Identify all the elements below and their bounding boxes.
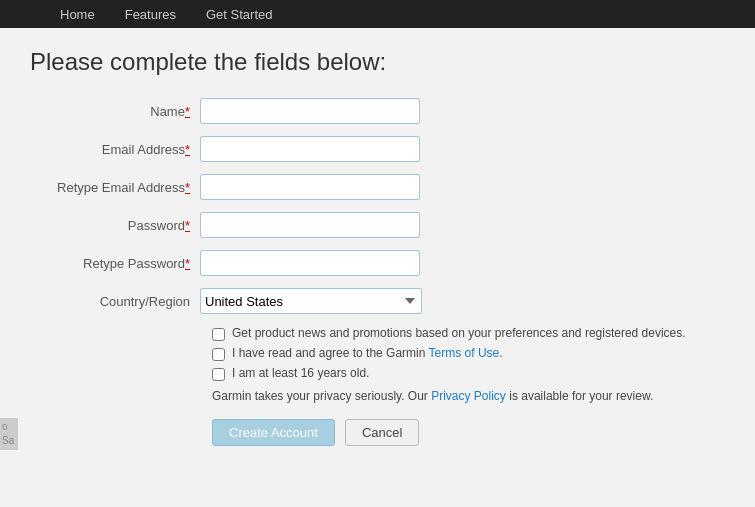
- country-row: Country/Region United States Canada Unit…: [40, 288, 725, 314]
- password-row: Password*: [40, 212, 725, 238]
- nav-item-home[interactable]: Home: [60, 7, 95, 22]
- button-row: Create Account Cancel: [212, 419, 725, 446]
- checkbox-age[interactable]: [212, 368, 225, 381]
- country-select[interactable]: United States Canada United Kingdom Aust…: [200, 288, 422, 314]
- checkbox-section: Get product news and promotions based on…: [212, 326, 725, 381]
- retype-email-input[interactable]: [200, 174, 420, 200]
- left-partial: o Sa: [0, 418, 18, 450]
- checkbox-promotions[interactable]: [212, 328, 225, 341]
- checkbox-row-3: I am at least 16 years old.: [212, 366, 725, 381]
- nav-item-features[interactable]: Features: [125, 7, 176, 22]
- create-account-button[interactable]: Create Account: [212, 419, 335, 446]
- nav-bar: Home Features Get Started: [0, 0, 755, 28]
- checkbox-terms-label: I have read and agree to the Garmin Term…: [232, 346, 503, 360]
- nav-item-get-started[interactable]: Get Started: [206, 7, 272, 22]
- privacy-text: Garmin takes your privacy seriously. Our…: [212, 389, 725, 403]
- email-row: Email Address*: [40, 136, 725, 162]
- password-input[interactable]: [200, 212, 420, 238]
- retype-email-row: Retype Email Address*: [40, 174, 725, 200]
- privacy-policy-link[interactable]: Privacy Policy: [431, 389, 506, 403]
- password-label: Password*: [40, 218, 200, 233]
- name-label: Name*: [40, 104, 200, 119]
- cancel-button[interactable]: Cancel: [345, 419, 419, 446]
- checkbox-age-label: I am at least 16 years old.: [232, 366, 369, 380]
- main-content: o Sa Please complete the fields below: N…: [0, 28, 755, 507]
- retype-email-label: Retype Email Address*: [40, 180, 200, 195]
- email-input[interactable]: [200, 136, 420, 162]
- retype-password-row: Retype Password*: [40, 250, 725, 276]
- name-input[interactable]: [200, 98, 420, 124]
- email-label: Email Address*: [40, 142, 200, 157]
- terms-of-use-link[interactable]: Terms of Use: [429, 346, 500, 360]
- checkbox-row-1: Get product news and promotions based on…: [212, 326, 725, 341]
- checkbox-promotions-label: Get product news and promotions based on…: [232, 326, 686, 340]
- country-label: Country/Region: [40, 294, 200, 309]
- form-container: Name* Email Address* Retype Email Addres…: [40, 98, 725, 446]
- name-row: Name*: [40, 98, 725, 124]
- page-title: Please complete the fields below:: [30, 48, 725, 76]
- checkbox-row-2: I have read and agree to the Garmin Term…: [212, 346, 725, 361]
- retype-password-label: Retype Password*: [40, 256, 200, 271]
- checkbox-terms[interactable]: [212, 348, 225, 361]
- retype-password-input[interactable]: [200, 250, 420, 276]
